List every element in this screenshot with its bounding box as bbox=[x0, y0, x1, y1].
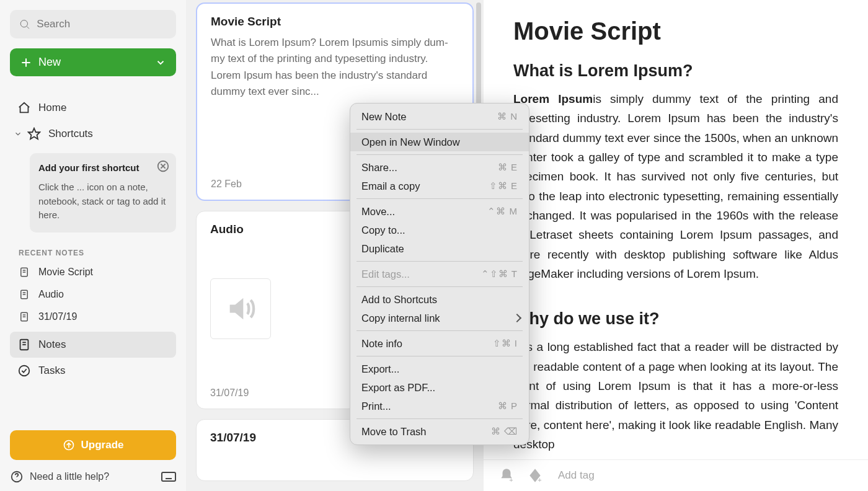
menu-item[interactable]: Copy to... bbox=[350, 221, 529, 239]
tip-title: Add your first shortcut bbox=[38, 162, 167, 174]
menu-item-label: Duplicate bbox=[361, 243, 404, 255]
menu-item-shortcut: ⇧⌘ E bbox=[489, 180, 518, 192]
help-row[interactable]: Need a little help? bbox=[10, 470, 176, 484]
search-input[interactable] bbox=[37, 18, 167, 30]
menu-item-label: Note info bbox=[361, 338, 402, 350]
menu-item-shortcut: ⌃⌘ M bbox=[487, 206, 518, 217]
svg-point-0 bbox=[20, 20, 27, 27]
note-card-title: Movie Script bbox=[211, 15, 459, 29]
menu-item[interactable]: Duplicate bbox=[350, 239, 529, 258]
menu-item-label: Print... bbox=[361, 400, 391, 412]
menu-item[interactable]: Open in New Window bbox=[350, 133, 529, 151]
recent-item[interactable]: Audio bbox=[10, 283, 176, 306]
menu-item-shortcut: ⌘ N bbox=[497, 111, 518, 122]
upgrade-icon bbox=[63, 439, 75, 451]
speaker-icon bbox=[224, 293, 257, 325]
editor-text: is simply dummy text of the printing and… bbox=[513, 92, 838, 280]
svg-text:+: + bbox=[538, 476, 541, 484]
menu-item[interactable]: Export as PDF... bbox=[350, 378, 529, 397]
shortcuts-tip: Add your first shortcut Click the ... ic… bbox=[30, 153, 176, 232]
upgrade-label: Upgrade bbox=[81, 439, 124, 451]
menu-item[interactable]: Export... bbox=[350, 360, 529, 378]
menu-separator bbox=[356, 154, 523, 155]
menu-item-label: Add to Shortcuts bbox=[361, 294, 437, 306]
recent-item-label: Audio bbox=[38, 289, 64, 300]
recent-item-label: Movie Script bbox=[38, 267, 93, 278]
menu-item-shortcut: ⌃⇧⌘ T bbox=[481, 268, 518, 280]
menu-item-label: Email a copy bbox=[361, 180, 420, 192]
plus-icon bbox=[20, 56, 32, 69]
menu-item-label: Share... bbox=[361, 162, 397, 174]
new-button[interactable]: New bbox=[10, 48, 176, 76]
menu-item: Edit tags...⌃⇧⌘ T bbox=[350, 265, 529, 283]
star-icon bbox=[27, 127, 41, 141]
menu-item[interactable]: Print...⌘ P bbox=[350, 397, 529, 415]
editor-h2[interactable]: What is Lorem Ipsum? bbox=[513, 61, 838, 81]
menu-item[interactable]: Move...⌃⌘ M bbox=[350, 202, 529, 221]
add-tag-input[interactable]: Add tag bbox=[558, 469, 595, 482]
menu-item-label: Move to Trash bbox=[361, 426, 427, 438]
editor-title[interactable]: Movie Script bbox=[513, 17, 838, 45]
menu-item-shortcut: ⌘ ⌫ bbox=[491, 426, 518, 437]
home-icon bbox=[17, 101, 31, 115]
menu-item[interactable]: Copy internal link bbox=[350, 309, 529, 327]
menu-item[interactable]: Move to Trash⌘ ⌫ bbox=[350, 422, 529, 441]
nav-home-label: Home bbox=[38, 102, 66, 114]
reminder-icon[interactable]: + bbox=[498, 467, 515, 484]
menu-item[interactable]: New Note⌘ N bbox=[350, 107, 529, 126]
chevron-right-icon bbox=[513, 314, 521, 322]
menu-item-label: Copy internal link bbox=[361, 312, 440, 324]
menu-separator bbox=[356, 129, 523, 130]
nav-shortcuts-label: Shortcuts bbox=[48, 128, 93, 140]
menu-separator bbox=[356, 261, 523, 262]
nav-home[interactable]: Home bbox=[10, 95, 176, 121]
note-icon bbox=[19, 267, 30, 278]
menu-item-label: Copy to... bbox=[361, 224, 405, 236]
chevron-down-icon bbox=[155, 57, 166, 68]
menu-separator bbox=[356, 356, 523, 356]
tag-icon[interactable]: + bbox=[527, 467, 543, 484]
nav-notes-label: Notes bbox=[38, 338, 66, 351]
close-icon[interactable] bbox=[156, 159, 170, 173]
editor-h2[interactable]: Why do we use it? bbox=[513, 309, 838, 329]
note-icon bbox=[19, 289, 30, 300]
nav-notes[interactable]: Notes bbox=[10, 332, 176, 358]
note-icon bbox=[17, 338, 31, 352]
recent-item[interactable]: Movie Script bbox=[10, 261, 176, 283]
menu-item-shortcut: ⌘ P bbox=[498, 400, 518, 412]
menu-item[interactable]: Share...⌘ E bbox=[350, 158, 529, 177]
nav-tasks[interactable]: Tasks bbox=[10, 358, 176, 384]
note-icon bbox=[19, 311, 30, 322]
menu-item[interactable]: Note info⇧⌘ I bbox=[350, 334, 529, 353]
editor-paragraph[interactable]: Lorem Ipsumis simply dummy text of the p… bbox=[513, 89, 838, 283]
menu-item-label: New Note bbox=[361, 111, 406, 123]
context-menu: New Note⌘ NOpen in New WindowShare...⌘ E… bbox=[350, 103, 529, 445]
editor-paragraph[interactable]: It is a long established fact that a rea… bbox=[513, 337, 838, 454]
menu-item-label: Export... bbox=[361, 363, 399, 375]
recent-item[interactable]: 31/07/19 bbox=[10, 306, 176, 328]
svg-rect-25 bbox=[162, 472, 175, 481]
editor: Movie Script What is Lorem Ipsum? Lorem … bbox=[484, 0, 868, 491]
svg-text:+: + bbox=[509, 476, 513, 484]
menu-item-label: Open in New Window bbox=[361, 136, 460, 148]
menu-separator bbox=[356, 418, 523, 419]
keyboard-icon[interactable] bbox=[161, 471, 176, 483]
note-card-preview: What is Lorem Ipsum? Lorem Ipsumis simpl… bbox=[211, 35, 459, 100]
menu-separator bbox=[356, 198, 523, 199]
upgrade-button[interactable]: Upgrade bbox=[10, 430, 176, 460]
tag-bar: + + Add tag bbox=[484, 459, 868, 491]
search-box[interactable] bbox=[10, 10, 176, 38]
search-icon bbox=[19, 17, 30, 31]
menu-item-label: Edit tags... bbox=[361, 268, 410, 280]
menu-separator bbox=[356, 286, 523, 287]
sidebar: New Home Shortcuts Add your first shortc… bbox=[0, 0, 186, 491]
chevron-down-icon bbox=[14, 130, 22, 138]
svg-point-20 bbox=[19, 366, 30, 376]
recent-notes-label: RECENT NOTES bbox=[19, 249, 176, 257]
menu-item[interactable]: Email a copy⇧⌘ E bbox=[350, 177, 529, 195]
menu-item-label: Export as PDF... bbox=[361, 382, 435, 394]
menu-item[interactable]: Add to Shortcuts bbox=[350, 290, 529, 309]
nav-shortcuts[interactable]: Shortcuts bbox=[10, 121, 176, 147]
recent-item-label: 31/07/19 bbox=[38, 311, 77, 322]
tip-body: Click the ... icon on a note, notebook, … bbox=[38, 180, 167, 223]
